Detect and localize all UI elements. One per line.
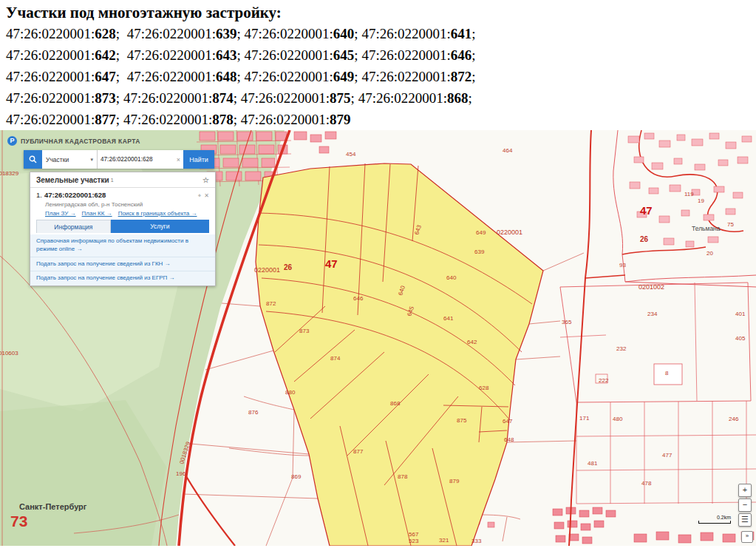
map-label-477: 477	[662, 452, 672, 459]
map-label-8: 8	[665, 370, 669, 376]
map-label-877: 877	[353, 448, 364, 455]
result-mini-icons: ⌖ ✕	[198, 192, 209, 200]
expand-button[interactable]: »	[741, 531, 753, 543]
map-label-872: 872	[266, 300, 276, 307]
result-item[interactable]: 1. 47:26:0220001:628 ⌖ ✕ Ленинградская о…	[30, 188, 215, 234]
map-label-868: 868	[390, 400, 401, 407]
pkk-brand-title: ПУБЛИЧНАЯ КАДАСТРОВАЯ КАРТА	[21, 138, 140, 145]
service-reference-info[interactable]: Справочная информация по объектам недвиж…	[30, 234, 215, 257]
map-label-640: 640	[446, 274, 457, 281]
map-label-876: 876	[248, 409, 259, 416]
services-list: Справочная информация по объектам недвиж…	[30, 234, 215, 285]
results-group-title: Земельные участки	[36, 176, 109, 184]
pkk-logo-icon: Р	[7, 136, 17, 146]
map-label-464: 464	[503, 147, 513, 154]
pkk-panel: Р ПУБЛИЧНАЯ КАДАСТРОВАЯ КАРТА Участки ▾ …	[4, 135, 220, 286]
map-label-401: 401	[735, 311, 746, 317]
map-label-647: 647	[503, 418, 513, 425]
search-category-select[interactable]: Участки ▾	[42, 150, 98, 169]
panel-tabs: Информация Услуги	[36, 220, 209, 233]
map-label-454: 454	[346, 151, 356, 158]
map-label-567: 567	[409, 531, 419, 538]
header: Участки под многоэтажную застройку: 47:2…	[0, 0, 756, 130]
link-search-in-bounds[interactable]: Поиск в границах объекта →	[118, 210, 197, 217]
pkk-brand: Р ПУБЛИЧНАЯ КАДАСТРОВАЯ КАРТА	[7, 136, 220, 146]
map-label-873: 873	[299, 328, 310, 334]
zoom-in-button[interactable]: +	[738, 484, 752, 497]
map-label-19: 19	[698, 197, 704, 204]
result-item-top: 1. 47:26:0220001:628 ⌖ ✕	[36, 191, 209, 200]
result-index: 1.	[36, 191, 42, 199]
parcel-line: 47:26:0220001:628; 47:26:0220001:639; 47…	[6, 23, 749, 44]
map-label-639: 639	[474, 249, 485, 255]
map-label-642: 642	[467, 339, 477, 345]
map-label-523: 523	[409, 538, 419, 544]
map-label-171: 171	[579, 415, 590, 422]
map-label-119: 119	[684, 191, 694, 197]
remove-icon[interactable]: ✕	[204, 192, 209, 200]
map-label-0220001: 0220001	[497, 229, 522, 236]
link-plan-kk[interactable]: План КК →	[82, 210, 112, 217]
parcel-line: 47:26:0220001:647; 47:26:0220001:648; 47…	[6, 66, 749, 87]
map-label-365: 365	[562, 319, 572, 325]
map-label-646: 646	[353, 295, 364, 302]
map-label-405: 405	[735, 335, 746, 342]
results-card: Земельные участки 1 ☆ 1. 47:26:0220001:6…	[30, 172, 216, 286]
tab-services[interactable]: Услуги	[111, 220, 209, 233]
map-label-880: 880	[285, 389, 296, 396]
zoom-controls: + − ☰	[738, 484, 752, 527]
map-label-874: 874	[330, 355, 341, 362]
tab-information[interactable]: Информация	[36, 220, 111, 233]
map-label-Санкт-Петербург: Санкт-Петербург	[19, 502, 87, 511]
map-label-879: 879	[449, 478, 460, 484]
results-group-count: 1	[111, 178, 114, 183]
map-label-26: 26	[640, 235, 649, 243]
result-location: Ленинградская обл, р-н Тосненский	[45, 201, 209, 208]
scale-bar	[698, 521, 731, 524]
map-label-628: 628	[479, 385, 489, 391]
map-label-321: 321	[439, 537, 449, 544]
map-label-481: 481	[588, 460, 598, 467]
favorite-star-icon[interactable]: ☆	[202, 176, 209, 184]
parcel-list: 47:26:0220001:628; 47:26:0220001:639; 47…	[6, 23, 749, 130]
map-label-333: 333	[471, 538, 482, 544]
link-plan-zu[interactable]: План ЗУ →	[45, 210, 76, 217]
result-links: План ЗУ → План КК → Поиск в границах объ…	[45, 210, 209, 217]
search-input[interactable]	[101, 156, 175, 163]
map-label-641: 641	[443, 315, 454, 322]
search-input-wrap: ×	[98, 150, 183, 169]
map-area: 4544640220001022000102010022626474764964…	[0, 130, 756, 546]
map-label-875: 875	[457, 417, 467, 424]
result-cadnum: 47:26:0220001:628	[44, 191, 106, 199]
chevron-down-icon: ▾	[90, 157, 93, 163]
map-label-878: 878	[398, 473, 408, 480]
page-title: Участки под многоэтажную застройку:	[6, 2, 749, 23]
scale-indicator: 0.2km	[698, 515, 731, 524]
map-label-648: 648	[504, 436, 514, 443]
map-label-649: 649	[476, 229, 486, 236]
map-label-232: 232	[616, 345, 627, 352]
map-label-47: 47	[640, 204, 653, 217]
map-label-480: 480	[613, 416, 623, 422]
search-icon	[29, 155, 37, 163]
map-label-234: 234	[647, 311, 658, 317]
clear-icon[interactable]: ×	[177, 156, 180, 163]
search-button[interactable]	[24, 150, 42, 169]
map-label-246: 246	[729, 416, 739, 422]
service-request-egrp[interactable]: Подать запрос на получение сведений из Е…	[30, 271, 215, 285]
map-label-26: 26	[284, 263, 293, 271]
map-label-73: 73	[10, 513, 27, 530]
map-label-93: 93	[619, 262, 626, 268]
map-label-196: 196	[176, 470, 186, 477]
service-request-gkn[interactable]: Подать запрос на получение сведений из Г…	[30, 257, 215, 271]
map-label-478: 478	[641, 480, 652, 487]
locate-icon[interactable]: ⌖	[198, 192, 202, 200]
layers-button[interactable]: ☰	[738, 513, 752, 527]
search-bar: Участки ▾ × Найти	[24, 150, 214, 169]
search-category-label: Участки	[46, 156, 69, 163]
find-button[interactable]: Найти	[183, 150, 214, 169]
zoom-out-button[interactable]: −	[738, 498, 752, 512]
map-label-222: 222	[599, 377, 609, 384]
map-label-010603: 010603	[0, 350, 18, 356]
map-label-20: 20	[706, 250, 713, 257]
